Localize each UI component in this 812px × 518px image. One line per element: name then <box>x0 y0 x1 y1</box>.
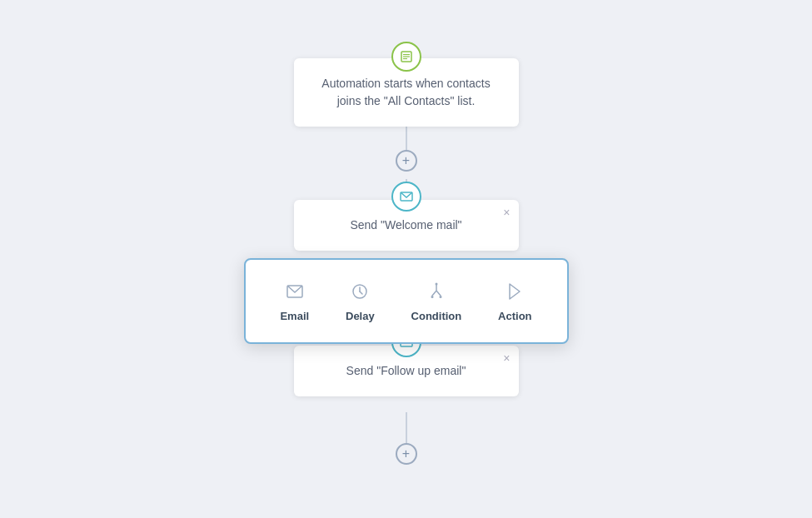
close-button-2[interactable]: × <box>503 352 510 364</box>
svg-marker-12 <box>510 284 520 299</box>
popup-delay-icon <box>348 280 371 303</box>
popup-delay-label: Delay <box>346 310 375 322</box>
popup-condition-item[interactable]: Condition <box>401 275 472 327</box>
trigger-card-text: Automation starts when contacts joins th… <box>319 75 494 110</box>
email-card-2-text: Send "Follow up email" <box>346 362 466 380</box>
automation-canvas: + Automation starts when contacts joins … <box>0 0 812 518</box>
popup-action-label: Action <box>498 310 531 322</box>
popup-email-item[interactable]: Email <box>270 275 319 327</box>
popup-condition-label: Condition <box>411 310 462 322</box>
svg-point-9 <box>435 283 437 286</box>
popup-action-item[interactable]: Action <box>488 275 541 327</box>
add-step-button-1[interactable]: + <box>396 150 417 172</box>
popup-action-icon <box>503 280 526 303</box>
email-1-icon-circle <box>391 182 421 212</box>
svg-line-8 <box>360 291 362 294</box>
svg-point-11 <box>439 296 441 298</box>
email-icon-1 <box>400 192 413 202</box>
popup-email-icon <box>283 280 306 303</box>
list-icon <box>400 50 413 63</box>
email-card-1-text: Send "Welcome mail" <box>350 217 461 234</box>
close-button-1[interactable]: × <box>503 207 510 218</box>
step-type-popup: Email Delay Condition <box>244 258 569 344</box>
trigger-icon-circle <box>391 42 421 72</box>
add-step-button-2[interactable]: + <box>396 443 417 465</box>
popup-condition-icon <box>425 280 448 303</box>
popup-email-label: Email <box>280 310 309 322</box>
svg-point-10 <box>431 296 433 298</box>
popup-delay-item[interactable]: Delay <box>336 275 385 327</box>
